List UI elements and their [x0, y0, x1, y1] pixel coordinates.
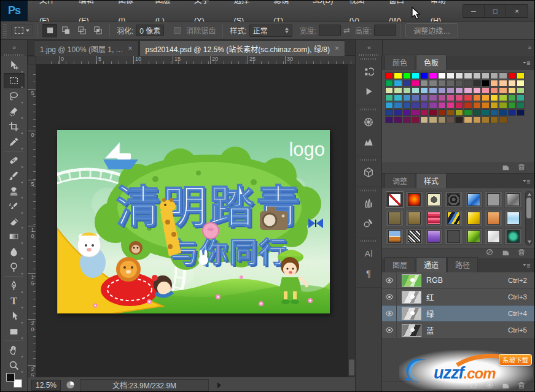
channels-tab-图层[interactable]: 图层 — [385, 257, 415, 272]
style-teal-gem[interactable] — [504, 228, 522, 245]
width-input[interactable] — [319, 25, 341, 36]
color-swatch-83[interactable] — [403, 109, 411, 116]
color-swatch-109[interactable] — [490, 117, 498, 123]
trash-button[interactable] — [517, 248, 526, 259]
color-swatch-37[interactable] — [420, 87, 428, 94]
color-swatch-44[interactable] — [482, 87, 490, 94]
color-swatch-19[interactable] — [403, 80, 411, 86]
color-swatch-56[interactable] — [447, 94, 455, 101]
color-swatch-2[interactable] — [394, 72, 402, 79]
color-swatch-87[interactable] — [438, 109, 446, 116]
channel-row-RGB[interactable]: RGBCtrl+2 — [382, 272, 534, 289]
panel-dock-collapse[interactable]: » — [382, 40, 534, 56]
color-swatch-84[interactable] — [412, 109, 420, 116]
color-swatch-76[interactable] — [482, 102, 490, 109]
color-swatch-61[interactable] — [490, 94, 498, 101]
channel-row-绿[interactable]: 绿Ctrl+4 — [382, 306, 534, 322]
tool-eraser[interactable] — [4, 214, 25, 229]
dock-actions-button[interactable] — [358, 82, 379, 101]
color-swatch-63[interactable] — [508, 94, 516, 101]
dock-brush-presets-button[interactable] — [358, 194, 379, 212]
color-swatch-47[interactable] — [508, 87, 516, 94]
channels-menu-button[interactable] — [522, 262, 531, 273]
color-swatch-58[interactable] — [464, 94, 472, 101]
style-blue-gloss[interactable] — [465, 191, 483, 208]
tool-rectangle[interactable] — [4, 324, 25, 339]
color-swatch-25[interactable] — [455, 80, 463, 86]
color-swatch-81[interactable] — [385, 109, 393, 116]
color-swatch-71[interactable] — [438, 102, 446, 109]
color-swatch-43[interactable] — [473, 87, 481, 94]
color-swatch-42[interactable] — [464, 87, 472, 94]
color-swatch-5[interactable] — [420, 72, 428, 79]
color-swatch-75[interactable] — [473, 102, 481, 109]
color-swatch-59[interactable] — [473, 94, 481, 101]
trash-button[interactable] — [517, 163, 526, 174]
color-swatch-89[interactable] — [455, 109, 463, 116]
tool-rectangular-marquee[interactable] — [4, 73, 25, 88]
tool-hand[interactable] — [4, 342, 25, 358]
color-swatch-6[interactable] — [429, 72, 437, 79]
style-gray-sheen[interactable] — [504, 191, 522, 208]
channel-row-红[interactable]: 红Ctrl+3 — [382, 289, 534, 306]
dock-character-button[interactable]: A — [358, 244, 379, 263]
color-swatch-104[interactable] — [447, 117, 455, 123]
color-swatch-68[interactable] — [412, 102, 420, 109]
color-swatch-38[interactable] — [429, 87, 437, 94]
color-swatch-39[interactable] — [438, 87, 446, 94]
style-purple-gloss[interactable] — [425, 228, 443, 245]
swap-dimensions-icon[interactable]: ⇄ — [343, 26, 350, 35]
color-swatch-79[interactable] — [508, 102, 516, 109]
visibility-toggle[interactable] — [382, 306, 397, 321]
visibility-toggle[interactable] — [382, 289, 397, 305]
zoom-level-field[interactable]: 12.5% — [31, 380, 61, 391]
tool-zoom[interactable] — [4, 358, 25, 373]
color-swatch-97[interactable] — [385, 117, 393, 123]
color-swatch-4[interactable] — [412, 72, 420, 79]
color-swatch-20[interactable] — [412, 80, 420, 86]
feather-input[interactable]: 0 像素 — [136, 25, 164, 36]
style-yellow-bevel[interactable] — [465, 210, 483, 226]
tool-lasso[interactable] — [4, 88, 25, 104]
color-swatch-40[interactable] — [447, 87, 455, 94]
colors-menu-button[interactable] — [522, 60, 531, 71]
refine-edge-button[interactable]: 调整边缘… — [405, 23, 458, 37]
styles-scrollbar[interactable] — [525, 191, 533, 245]
color-swatch-57[interactable] — [455, 94, 463, 101]
color-swatch-36[interactable] — [412, 87, 420, 94]
color-swatch-102[interactable] — [429, 117, 437, 123]
color-swatch-23[interactable] — [438, 80, 446, 86]
style-landscape[interactable] — [386, 228, 404, 245]
color-swatch-95[interactable] — [508, 109, 516, 116]
color-swatch-22[interactable] — [429, 80, 437, 86]
color-swatch-98[interactable] — [394, 117, 402, 123]
colors-tab-色板[interactable]: 色板 — [416, 55, 447, 70]
toolbar-collapse[interactable]: » — [1, 40, 28, 56]
color-swatch-49[interactable] — [385, 94, 393, 101]
color-swatch-48[interactable] — [517, 87, 525, 94]
color-swatch-67[interactable] — [403, 102, 411, 109]
color-swatch-74[interactable] — [464, 102, 472, 109]
color-swatch-16[interactable] — [517, 72, 525, 79]
document-tab-1[interactable]: 1.jpg @ 100% (图层 1, …× — [34, 40, 139, 56]
visibility-toggle[interactable] — [382, 322, 397, 338]
background-color-swatch[interactable] — [14, 379, 22, 388]
color-swatch-92[interactable] — [482, 109, 490, 116]
height-input[interactable] — [374, 25, 396, 36]
mode-new-button[interactable] — [42, 24, 57, 37]
styles-menu-button[interactable] — [522, 178, 531, 189]
styles-tab-调整[interactable]: 调整 — [385, 173, 415, 188]
color-swatch-50[interactable] — [394, 94, 402, 101]
tool-move[interactable] — [4, 58, 25, 73]
color-swatch-100[interactable] — [412, 117, 420, 123]
color-swatch-64[interactable] — [517, 94, 525, 101]
dock-navigator-button[interactable] — [358, 113, 379, 131]
style-dropdown[interactable]: 正常 — [249, 25, 292, 37]
color-swatch-18[interactable] — [394, 80, 402, 86]
color-swatch-11[interactable] — [473, 72, 481, 79]
tool-brush[interactable] — [4, 168, 25, 183]
style-pink-stripes[interactable] — [425, 210, 443, 226]
style-amber[interactable] — [485, 210, 502, 226]
color-swatch-101[interactable] — [420, 117, 428, 123]
color-swatch-widget[interactable] — [6, 373, 22, 388]
